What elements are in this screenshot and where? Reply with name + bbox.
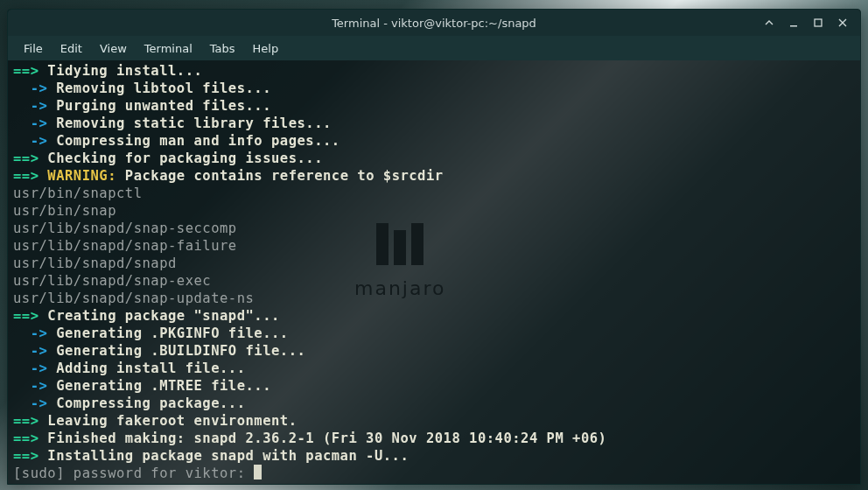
terminal-line: usr/lib/snapd/snapd <box>13 255 855 272</box>
terminal-line: -> Removing static library files... <box>13 115 855 132</box>
terminal-line: ==> Finished making: snapd 2.36.2-1 (Fri… <box>13 430 855 447</box>
terminal-cursor <box>254 465 262 480</box>
terminal-line: -> Compressing man and info pages... <box>13 132 855 150</box>
minimize-button[interactable] <box>781 12 806 33</box>
terminal-line: usr/lib/snapd/snap-update-ns <box>13 290 855 307</box>
terminal-window: Terminal - viktor@viktor-pc:~/snapd File… <box>7 9 861 485</box>
terminal-output[interactable]: ==> Tidying install... -> Removing libto… <box>8 60 860 484</box>
terminal-line: -> Generating .BUILDINFO file... <box>13 342 855 360</box>
close-button[interactable] <box>830 12 855 33</box>
terminal-line: ==> Tidying install... <box>13 62 855 80</box>
terminal-line: usr/bin/snap <box>13 202 855 220</box>
menu-tabs[interactable]: Tabs <box>201 38 244 59</box>
menu-file[interactable]: File <box>15 38 52 59</box>
menu-terminal[interactable]: Terminal <box>136 38 201 59</box>
terminal-line: ==> Checking for packaging issues... <box>13 150 855 167</box>
menu-view[interactable]: View <box>91 38 136 59</box>
shade-button[interactable] <box>757 12 781 33</box>
terminal-line: usr/lib/snapd/snap-seccomp <box>13 220 855 237</box>
terminal-line: -> Purging unwanted files... <box>13 97 855 115</box>
terminal-line: -> Generating .PKGINFO file... <box>13 325 855 342</box>
menu-help[interactable]: Help <box>244 38 288 59</box>
menubar: File Edit View Terminal Tabs Help <box>8 36 860 60</box>
terminal-line: ==> Leaving fakeroot environment. <box>13 412 855 430</box>
terminal-line: -> Generating .MTREE file... <box>13 377 855 395</box>
terminal-line: usr/lib/snapd/snap-failure <box>13 237 855 255</box>
terminal-line: ==> Creating package "snapd"... <box>13 307 855 325</box>
titlebar[interactable]: Terminal - viktor@viktor-pc:~/snapd <box>8 10 860 36</box>
terminal-line: ==> Installing package snapd with pacman… <box>13 447 855 465</box>
window-controls <box>757 10 855 36</box>
terminal-line: usr/bin/snapctl <box>13 185 855 202</box>
menu-edit[interactable]: Edit <box>52 38 91 59</box>
terminal-line: [sudo] password for viktor: <box>13 465 855 482</box>
maximize-button[interactable] <box>806 12 830 33</box>
terminal-line: usr/lib/snapd/snap-exec <box>13 272 855 290</box>
terminal-line: ==> WARNING: Package contains reference … <box>13 167 855 185</box>
terminal-line: -> Removing libtool files... <box>13 80 855 97</box>
terminal-line: -> Adding install file... <box>13 360 855 377</box>
svg-rect-0 <box>790 25 797 27</box>
terminal-line: -> Compressing package... <box>13 395 855 412</box>
svg-rect-1 <box>815 19 822 26</box>
window-title: Terminal - viktor@viktor-pc:~/snapd <box>332 17 536 30</box>
